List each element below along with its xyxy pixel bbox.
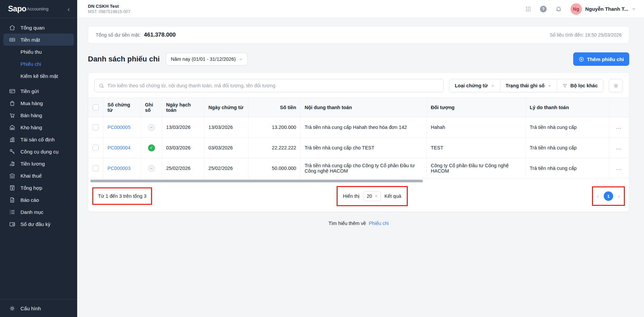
summary-as-of: Số liệu tính đến: 18:50 25/03/2026 [550, 32, 622, 38]
sidebar-collapse-button[interactable]: ‹ [65, 5, 72, 13]
cell-posting-date: 03/03/2026 [162, 138, 204, 158]
cell-amount: 50.000.000 [249, 158, 300, 179]
cash-icon [9, 36, 15, 43]
warehouse-icon [9, 124, 15, 131]
help-icon[interactable]: ? [540, 6, 547, 12]
avatar: Ng [571, 3, 582, 15]
sidebar-item-tong-hop[interactable]: Tổng hợp [0, 182, 77, 194]
sidebar-item-label: Tổng quan [20, 25, 45, 31]
sidebar-item-mua-hang[interactable]: Mua hàng [0, 97, 77, 109]
sidebar-item-kiem-ke-tien-mat[interactable]: Kiểm kê tiền mặt [0, 70, 77, 82]
cell-amount: 22.222.222 [249, 138, 300, 158]
sidebar-item-cau-hinh[interactable]: Cấu hình [0, 300, 77, 317]
pagination-range-text: Từ 1 đến 3 trên tổng 3 [98, 193, 146, 199]
horizontal-scrollbar-track [88, 179, 629, 183]
chevron-down-icon [632, 7, 636, 11]
footnote-text: Tìm hiểu thêm về [329, 221, 366, 226]
current-page-button[interactable]: 1 [604, 191, 613, 201]
user-name: Nguyễn Thanh T... [585, 6, 628, 12]
sidebar-item-label: Phiếu thu [20, 49, 42, 55]
toolbar: Loại chứng từ Trạng thái ghi sổ Bộ lọc k… [88, 79, 629, 92]
voucher-list-card: Loại chứng từ Trạng thái ghi sổ Bộ lọc k… [88, 73, 629, 212]
recorded-status-icon [148, 144, 155, 151]
horizontal-scrollbar[interactable] [90, 180, 423, 182]
voucher-link[interactable]: PC000005 [107, 125, 131, 130]
sidebar-item-tai-san-co-dinh[interactable]: Tài sản cố định [0, 133, 77, 145]
topbar: DN CSKH Test MST: 0987519815-007 ? Ng Ng… [77, 0, 644, 18]
date-range-dropdown[interactable]: Năm nay (01/01 - 31/12/2026) [166, 53, 248, 65]
sidebar-item-label: Số dư đầu kỳ [20, 221, 50, 227]
sidebar-item-so-du-dau-ky[interactable]: Số dư đầu kỳ [0, 218, 77, 230]
sidebar-item-tong-quan[interactable]: Tổng quan [0, 21, 77, 34]
company-name: DN CSKH Test [88, 4, 130, 9]
sidebar-item-label: Danh mục [20, 209, 43, 215]
annotation-box-range: Từ 1 đến 3 trên tổng 3 [92, 187, 152, 205]
page-size-select[interactable]: 20 [363, 191, 381, 201]
bell-icon[interactable] [555, 6, 562, 12]
sidebar-item-label: Cấu hình [20, 306, 41, 311]
voucher-link[interactable]: PC000003 [107, 166, 131, 171]
footnote: Tìm hiểu thêm về Phiếu chi [88, 221, 629, 226]
gear-icon [9, 305, 15, 312]
sidebar-item-bao-cao[interactable]: Báo cáo [0, 194, 77, 206]
select-all-checkbox[interactable] [93, 104, 99, 110]
sidebar-item-danh-muc[interactable]: Danh mục [0, 206, 77, 218]
col-ngay-hach-toan: Ngày hạch toán [162, 98, 204, 117]
sidebar-item-phieu-thu[interactable]: Phiếu thu [0, 46, 77, 58]
user-menu[interactable]: Ng Nguyễn Thanh T... [571, 3, 636, 15]
row-checkbox[interactable] [93, 145, 99, 151]
sapo-logo: Sapo [8, 4, 26, 13]
funnel-icon [562, 83, 567, 88]
sidebar-item-label: Bán hàng [20, 112, 42, 118]
sidebar-item-khai-thue[interactable]: Khai thuế [0, 170, 77, 182]
sidebar-item-label: Kho hàng [20, 125, 42, 130]
row-actions-button[interactable] [616, 167, 622, 171]
cell-amount: 13.200.000 [249, 117, 300, 138]
sidebar-item-cong-cu-dung-cu[interactable]: Công cụ dụng cụ [0, 145, 77, 157]
recorded-status-icon [148, 124, 155, 131]
sidebar-item-label: Phiếu chi [20, 61, 41, 67]
filter-group: Loại chứng từ Trạng thái ghi sổ Bộ lọc k… [449, 79, 603, 92]
sidebar-item-label: Tổng hợp [20, 185, 42, 191]
table-settings-button[interactable] [609, 79, 623, 92]
logo-suffix: Accounting [27, 6, 48, 11]
record-status-filter[interactable]: Trạng thái ghi sổ [500, 79, 557, 92]
prev-page-button[interactable]: ‹ [597, 193, 599, 199]
sidebar-item-label: Báo cáo [20, 197, 39, 203]
wallet-icon [9, 221, 15, 227]
sidebar-item-kho-hang[interactable]: Kho hàng [0, 121, 77, 133]
more-filters-button[interactable]: Bộ lọc khác [557, 79, 603, 92]
cell-posting-date: 25/02/2026 [162, 158, 204, 179]
sidebar-item-tien-gui[interactable]: Tiền gửi [0, 85, 77, 97]
sidebar-item-tien-mat[interactable]: Tiền mặt [3, 34, 74, 46]
cell-doc-date: 13/03/2026 [204, 117, 249, 138]
report-icon [9, 196, 15, 203]
sidebar-item-label: Mua hàng [20, 100, 43, 106]
sidebar-item-tien-luong[interactable]: Tiền lương [0, 157, 77, 170]
row-checkbox[interactable] [93, 165, 99, 171]
cell-partner: TEST [427, 138, 526, 158]
recorded-status-icon [148, 165, 155, 172]
voucher-link[interactable]: PC000004 [107, 145, 131, 150]
cell-doc-date: 25/02/2026 [204, 158, 249, 179]
row-checkbox[interactable] [93, 124, 99, 130]
bank-card-icon [9, 88, 15, 94]
apps-grid-icon[interactable] [525, 6, 531, 12]
shopping-bag-icon [9, 100, 15, 106]
sidebar-item-phieu-chi[interactable]: Phiếu chi [0, 58, 77, 70]
search-input[interactable] [107, 83, 439, 88]
page-size-results-label: Kết quả [385, 193, 401, 199]
sidebar-item-label: Tiền lương [20, 161, 45, 167]
annotation-box-page-size: Hiển thị 20 Kết quả [337, 186, 408, 206]
doc-type-filter[interactable]: Loại chứng từ [449, 79, 500, 92]
row-actions-button[interactable] [616, 126, 622, 130]
cart-icon [9, 112, 15, 119]
row-actions-button[interactable] [616, 146, 622, 150]
cell-content: Trả tiền nhà cung cấp Hahah theo hóa đơn… [300, 117, 427, 138]
sidebar-item-label: Tiền mặt [20, 37, 40, 43]
add-voucher-button[interactable]: Thêm phiếu chi [573, 52, 629, 66]
sidebar-item-ban-hang[interactable]: Bán hàng [0, 109, 77, 121]
next-page-button[interactable]: › [618, 193, 620, 199]
footnote-link[interactable]: Phiếu chi [369, 221, 389, 226]
caret-down-icon [239, 57, 243, 61]
